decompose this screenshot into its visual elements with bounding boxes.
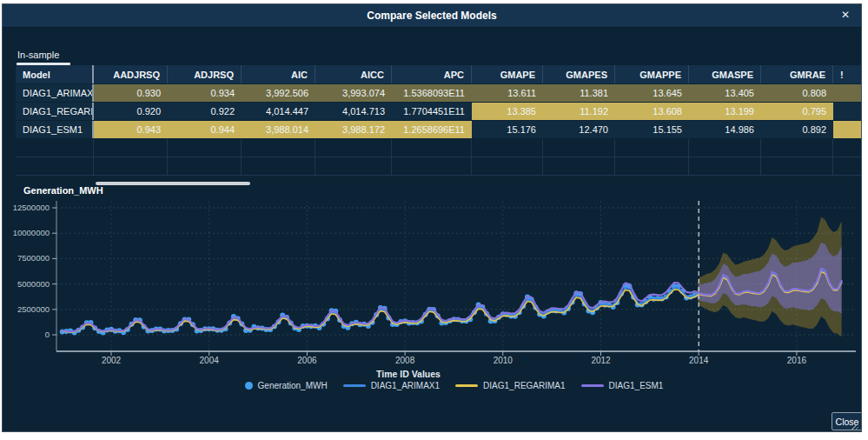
y-tick-label: 5000000: [17, 279, 50, 289]
x-tick-label: 2012: [591, 356, 611, 365]
legend-label: DIAG1_ESM1: [609, 381, 664, 390]
legend-dot-marker: [245, 382, 253, 390]
legend-line-marker: [455, 384, 478, 387]
x-tick-label: 2014: [689, 356, 709, 365]
chart-legend: Generation_MWHDIAG1_ARIMAX1DIAG1_REGARIM…: [46, 381, 862, 390]
x-tick-label: 2006: [297, 356, 317, 365]
legend-item-DIAG1_ESM1: DIAG1_ESM1: [581, 381, 664, 390]
resize-grip-icon[interactable]: [851, 422, 858, 430]
y-tick-label: 10000000: [13, 228, 50, 237]
legend-label: DIAG1_REGARIMA1: [483, 381, 565, 390]
legend-item-Generation_MWH: Generation_MWH: [245, 381, 328, 390]
legend-line-marker: [581, 384, 604, 387]
y-tick-label: 12500000: [13, 203, 50, 212]
x-axis-title: Time ID Values: [56, 369, 760, 379]
plot-area[interactable]: [56, 201, 856, 351]
legend-line-marker: [343, 384, 366, 387]
y-tick-label: 0: [45, 330, 50, 339]
x-tick-label: 2016: [787, 356, 807, 365]
legend-label: Generation_MWH: [258, 381, 328, 390]
x-tick-label: 2008: [395, 356, 415, 365]
x-tick-label: 2004: [200, 356, 220, 365]
x-tick-label: 2010: [494, 356, 514, 365]
compare-models-dialog: Compare Selected Models ✕ In-sample Mode…: [2, 3, 862, 432]
legend-item-DIAG1_REGARIMA1: DIAG1_REGARIMA1: [455, 381, 565, 390]
legend-label: DIAG1_ARIMAX1: [371, 381, 440, 390]
y-tick-label: 2500000: [17, 304, 50, 314]
x-tick-label: 2002: [102, 356, 122, 365]
legend-item-DIAG1_ARIMAX1: DIAG1_ARIMAX1: [343, 381, 440, 390]
y-tick-label: 7500000: [17, 253, 50, 263]
